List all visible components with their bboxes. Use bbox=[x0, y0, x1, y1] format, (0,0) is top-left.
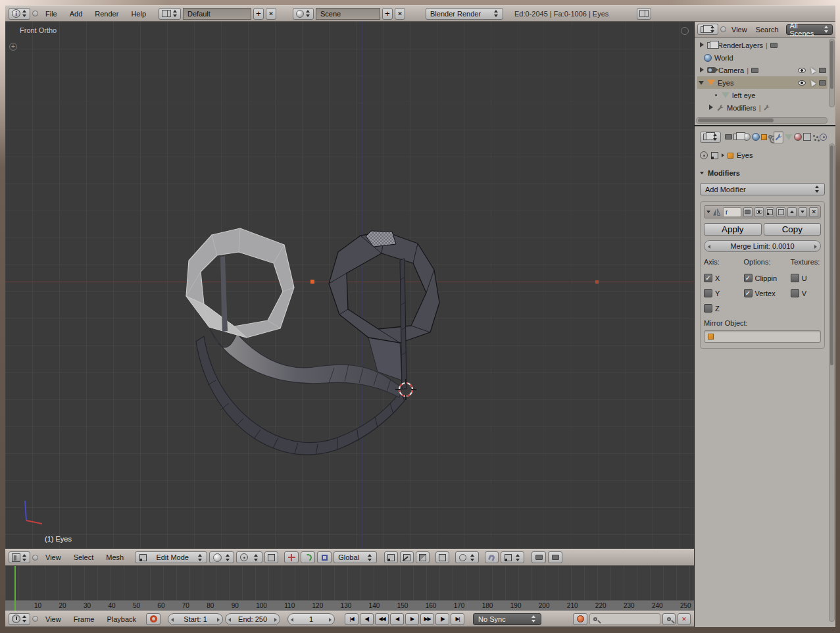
playback-next-keyframe-button[interactable]: |▶ bbox=[435, 613, 449, 625]
frame-end-field[interactable]: End: 250 bbox=[225, 613, 280, 625]
expander-icon[interactable] bbox=[699, 80, 704, 86]
menu-collapse-icon[interactable] bbox=[720, 26, 726, 32]
tab-object[interactable] bbox=[761, 131, 767, 143]
playback-jump-start-button[interactable]: |◀ bbox=[345, 613, 358, 625]
scene-browse-button[interactable] bbox=[293, 8, 314, 20]
menu-playback[interactable]: Playback bbox=[101, 615, 141, 624]
editor-type-button[interactable]: i bbox=[9, 8, 30, 20]
editor-type-button[interactable] bbox=[9, 551, 30, 563]
render-opengl-anim-button[interactable] bbox=[548, 551, 562, 563]
playback-frame-prev-button[interactable]: ◀ bbox=[390, 613, 404, 625]
panel-collapse-icon[interactable] bbox=[700, 172, 704, 174]
scene-name-field[interactable]: Scene bbox=[316, 8, 380, 20]
select-mode-edge-button[interactable] bbox=[400, 551, 414, 563]
texture-v-checkbox[interactable]: V bbox=[791, 286, 821, 300]
outliner-row-eyes[interactable]: Eyes bbox=[697, 76, 828, 89]
select-mode-face-button[interactable] bbox=[416, 551, 430, 563]
outliner-row-world[interactable]: World bbox=[697, 51, 828, 64]
pivot-align-button[interactable] bbox=[264, 551, 278, 563]
keying-set-field[interactable] bbox=[589, 613, 660, 625]
menu-view[interactable]: View bbox=[40, 615, 66, 624]
screen-browse-button[interactable] bbox=[159, 8, 181, 20]
scene-add-button[interactable]: + bbox=[382, 8, 393, 20]
viewport-3d[interactable]: Front Ortho (1) Eyes + bbox=[5, 22, 694, 549]
viewport-canvas[interactable] bbox=[5, 22, 694, 549]
outliner-row-renderlayers[interactable]: RenderLayers | bbox=[697, 39, 828, 51]
outliner-row-modifiers[interactable]: Modifiers | bbox=[697, 101, 828, 114]
tab-physics[interactable] bbox=[820, 131, 827, 143]
screen-name-field[interactable]: Default bbox=[183, 8, 251, 20]
outliner-horizontal-scrollbar[interactable] bbox=[696, 117, 828, 124]
current-frame-indicator[interactable] bbox=[14, 566, 16, 611]
outliner-row-left-eye[interactable]: left eye bbox=[697, 89, 828, 101]
menu-mesh[interactable]: Mesh bbox=[101, 553, 129, 562]
scene-delete-button[interactable]: ✕ bbox=[395, 8, 405, 20]
selectability-icon[interactable] bbox=[808, 79, 816, 87]
scrollbar-thumb[interactable] bbox=[830, 41, 833, 89]
texture-u-checkbox[interactable]: U bbox=[791, 271, 821, 285]
menu-search[interactable]: Search bbox=[753, 25, 782, 34]
menu-help[interactable]: Help bbox=[126, 9, 151, 18]
editor-type-button[interactable] bbox=[9, 613, 30, 625]
modifier-editmode-toggle[interactable] bbox=[766, 207, 775, 217]
editor-type-button[interactable] bbox=[700, 132, 721, 143]
editor-type-button[interactable] bbox=[697, 24, 718, 35]
snap-element-dropdown[interactable] bbox=[501, 551, 524, 563]
selectability-icon[interactable] bbox=[808, 66, 816, 74]
axis-z-checkbox[interactable]: Z bbox=[704, 301, 744, 315]
renderability-icon[interactable] bbox=[819, 68, 826, 73]
outliner-scope-dropdown[interactable]: All Scenes bbox=[786, 24, 833, 35]
copy-button[interactable]: Copy bbox=[764, 223, 822, 236]
playback-prev-keyframe-button[interactable]: ◀| bbox=[360, 613, 374, 625]
outliner-vertical-scrollbar[interactable] bbox=[829, 39, 835, 107]
region-split-plus-icon[interactable]: + bbox=[9, 43, 17, 51]
menu-add[interactable]: Add bbox=[64, 9, 88, 18]
proportional-edit-dropdown[interactable] bbox=[455, 551, 479, 563]
tab-texture[interactable] bbox=[803, 131, 811, 143]
manipulator-translate-button[interactable] bbox=[284, 551, 299, 563]
record-button[interactable] bbox=[573, 613, 587, 625]
renderability-icon[interactable] bbox=[819, 80, 826, 86]
menu-collapse-icon[interactable] bbox=[32, 555, 38, 561]
properties-vertical-scrollbar[interactable] bbox=[829, 143, 835, 622]
modifier-name-field[interactable]: r bbox=[723, 207, 741, 217]
tab-world[interactable] bbox=[752, 131, 760, 143]
playback-play-reverse-button[interactable]: ◀◀ bbox=[375, 613, 389, 625]
region-corner-widget-icon[interactable] bbox=[681, 27, 689, 35]
modifier-collapse-icon[interactable] bbox=[706, 211, 710, 213]
scrollbar-thumb[interactable] bbox=[698, 118, 774, 122]
modifiers-panel-header[interactable]: Modifiers bbox=[700, 167, 825, 179]
modifier-cage-toggle[interactable] bbox=[776, 207, 785, 217]
apply-button[interactable]: Apply bbox=[704, 223, 762, 236]
timeline-ruler[interactable]: 10 20 30 40 50 60 70 80 90 100 110 120 1… bbox=[5, 566, 694, 611]
menu-collapse-icon[interactable] bbox=[32, 616, 38, 622]
playback-frame-next-button[interactable]: ▶▶ bbox=[420, 613, 434, 625]
menu-file[interactable]: File bbox=[40, 9, 62, 18]
shading-dropdown[interactable] bbox=[209, 551, 234, 563]
playback-jump-end-button[interactable]: ▶| bbox=[451, 613, 464, 625]
sync-dropdown[interactable]: No Sync bbox=[473, 613, 541, 625]
axis-x-checkbox[interactable]: ✓ X bbox=[704, 271, 744, 285]
tab-object-data[interactable] bbox=[785, 131, 793, 143]
insert-keyframe-button[interactable] bbox=[662, 613, 676, 625]
vertex-groups-checkbox[interactable]: ✓ Vertex bbox=[744, 286, 791, 300]
delete-keyframe-button[interactable]: ✕ bbox=[678, 613, 691, 625]
menu-frame[interactable]: Frame bbox=[68, 615, 100, 624]
orientation-dropdown[interactable]: Global bbox=[334, 551, 377, 563]
merge-limit-slider[interactable]: Merge Limit: 0.0010 bbox=[704, 240, 821, 252]
expander-icon[interactable] bbox=[699, 42, 704, 48]
pin-icon[interactable] bbox=[700, 151, 708, 159]
add-modifier-dropdown[interactable]: Add Modifier bbox=[700, 183, 825, 195]
select-mode-vertex-button[interactable] bbox=[384, 551, 398, 563]
expander-icon[interactable] bbox=[708, 105, 714, 111]
screen-delete-button[interactable]: ✕ bbox=[266, 8, 276, 20]
screen-add-button[interactable]: + bbox=[253, 8, 264, 20]
modifier-move-down-button[interactable] bbox=[799, 207, 808, 217]
modifier-visibility-toggle[interactable] bbox=[754, 207, 764, 217]
outliner-row-camera[interactable]: Camera | bbox=[697, 64, 828, 76]
scrollbar-thumb[interactable] bbox=[830, 145, 833, 365]
render-opengl-button[interactable] bbox=[531, 551, 546, 563]
tab-render[interactable] bbox=[725, 131, 732, 143]
tab-modifiers[interactable] bbox=[774, 131, 783, 143]
menu-render[interactable]: Render bbox=[89, 9, 124, 18]
